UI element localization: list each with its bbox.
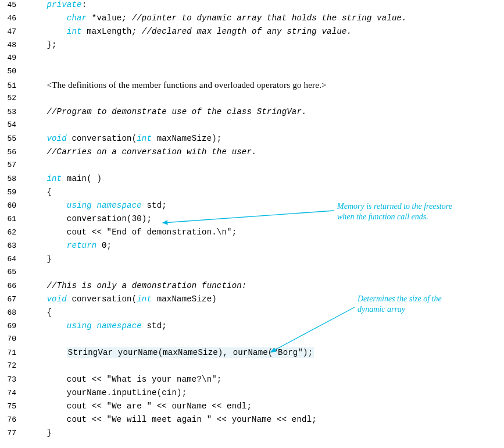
code-text: <The definitions of the member functions… <box>27 80 327 90</box>
code-line: 75 cout << "We are " << ourName << endl; <box>0 401 504 415</box>
line-number: 67 <box>0 295 27 304</box>
line-number: 48 <box>0 41 27 49</box>
line-number: 76 <box>0 415 27 424</box>
line-number: 69 <box>0 322 27 330</box>
annotation-text: dynamic array <box>358 304 491 315</box>
code-text: conversation(30); <box>27 214 152 223</box>
code-line: 58 int main( ) <box>0 174 504 187</box>
body-note: <The definitions of the member functions… <box>47 80 326 90</box>
code-text: using namespace std; <box>27 201 167 210</box>
line-number: 66 <box>0 282 27 290</box>
annotation-memory-freestore: Memory is returned to the freestore when… <box>337 201 488 222</box>
code-line: 48 }; <box>0 40 504 54</box>
code-line: 62 cout << "End of demonstration.\n"; <box>0 227 504 241</box>
line-number: 58 <box>0 175 27 183</box>
code-text: StringVar yourName(maxNameSize), ourName… <box>27 348 314 357</box>
line-number: 50 <box>0 67 27 76</box>
code-text: //This is only a demonstration function: <box>27 281 246 290</box>
code-listing-page: 45 private: 46 char *value; //pointer to… <box>0 0 504 448</box>
code-line: 49 <box>0 54 504 67</box>
code-text: { <box>27 187 52 197</box>
code-text: using namespace std; <box>27 321 167 330</box>
code-text: cout << "We are " << ourName << endl; <box>27 401 252 411</box>
code-text: } <box>27 254 52 264</box>
code-line: 47 int maxLength; //declared max length … <box>0 27 504 40</box>
code-line: 64 } <box>0 254 504 268</box>
line-number: 72 <box>0 361 27 370</box>
annotation-text: when the function call ends. <box>337 212 488 222</box>
annotation-dynamic-array-size: Determines the size of the dynamic array <box>358 294 491 314</box>
line-number: 55 <box>0 134 27 143</box>
line-number: 74 <box>0 389 27 397</box>
code-text: //Program to demonstrate use of the clas… <box>27 107 307 116</box>
line-number: 46 <box>0 14 27 23</box>
code-text: { <box>27 308 52 317</box>
code-line: 59 { <box>0 187 504 201</box>
code-line: 65 <box>0 268 504 281</box>
line-number: 47 <box>0 27 27 36</box>
annotation-text: Memory is returned to the freestore <box>337 201 488 212</box>
code-line: 57 <box>0 161 504 174</box>
annotation-text: Determines the size of the <box>358 294 491 304</box>
code-line: 56 //Carries on a conversation with the … <box>0 147 504 161</box>
code-text: char *value; //pointer to dynamic array … <box>27 13 407 23</box>
line-number: 75 <box>0 402 27 411</box>
line-number: 52 <box>0 94 27 102</box>
line-number: 65 <box>0 268 27 276</box>
code-text: }; <box>27 40 57 49</box>
line-number: 73 <box>0 375 27 384</box>
code-text: return 0; <box>27 241 112 250</box>
line-number: 60 <box>0 201 27 210</box>
code-line: 77 } <box>0 428 504 442</box>
code-line: 54 <box>0 120 504 134</box>
line-number: 49 <box>0 54 27 62</box>
line-number: 70 <box>0 335 27 343</box>
code-line: 73 cout << "What is your name?\n"; <box>0 375 504 388</box>
line-number: 61 <box>0 215 27 223</box>
code-line: 51 <The definitions of the member functi… <box>0 80 504 94</box>
code-text: } <box>27 428 52 438</box>
code-line: 72 <box>0 361 504 375</box>
code-line: 46 char *value; //pointer to dynamic arr… <box>0 13 504 27</box>
code-line: 50 <box>0 67 504 80</box>
code-line: 66 //This is only a demonstration functi… <box>0 281 504 294</box>
code-line: 74 yourName.inputLine(cin); <box>0 388 504 401</box>
code-line: 45 private: <box>0 0 504 13</box>
code-line: 69 using namespace std; <box>0 321 504 335</box>
code-line: 71 StringVar yourName(maxNameSize), ourN… <box>0 348 504 361</box>
code-line: 63 return 0; <box>0 241 504 254</box>
code-line: 70 <box>0 335 504 348</box>
line-number: 63 <box>0 241 27 250</box>
line-number: 57 <box>0 161 27 169</box>
line-number: 77 <box>0 429 27 438</box>
code-line: 53 //Program to demonstrate use of the c… <box>0 107 504 120</box>
line-number: 62 <box>0 228 27 237</box>
code-line: 76 cout << "We will meet again " << your… <box>0 415 504 428</box>
highlighted-code: StringVar yourName(maxNameSize), ourName… <box>67 347 314 358</box>
code-text: int maxLength; //declared max length of … <box>27 27 352 36</box>
code-text: yourName.inputLine(cin); <box>27 388 187 397</box>
line-number: 64 <box>0 255 27 264</box>
code-text: cout << "What is your name?\n"; <box>27 375 221 384</box>
code-text: cout << "We will meet again " << yourNam… <box>27 415 317 424</box>
code-text: void conversation(int maxNameSize); <box>27 134 221 143</box>
code-line: 52 <box>0 94 504 107</box>
code-text: private: <box>27 0 87 9</box>
code-text: int main( ) <box>27 174 102 183</box>
code-text: void conversation(int maxNameSize) <box>27 294 217 304</box>
line-number: 71 <box>0 349 27 357</box>
line-number: 68 <box>0 308 27 317</box>
code-line: 55 void conversation(int maxNameSize); <box>0 134 504 147</box>
line-number: 51 <box>0 81 27 90</box>
line-number: 54 <box>0 120 27 129</box>
line-number: 45 <box>0 1 27 9</box>
line-number: 59 <box>0 188 27 197</box>
line-number: 56 <box>0 148 27 157</box>
code-text: cout << "End of demonstration.\n"; <box>27 227 237 237</box>
code-text: //Carries on a conversation with the use… <box>27 147 257 157</box>
line-number: 53 <box>0 108 27 116</box>
